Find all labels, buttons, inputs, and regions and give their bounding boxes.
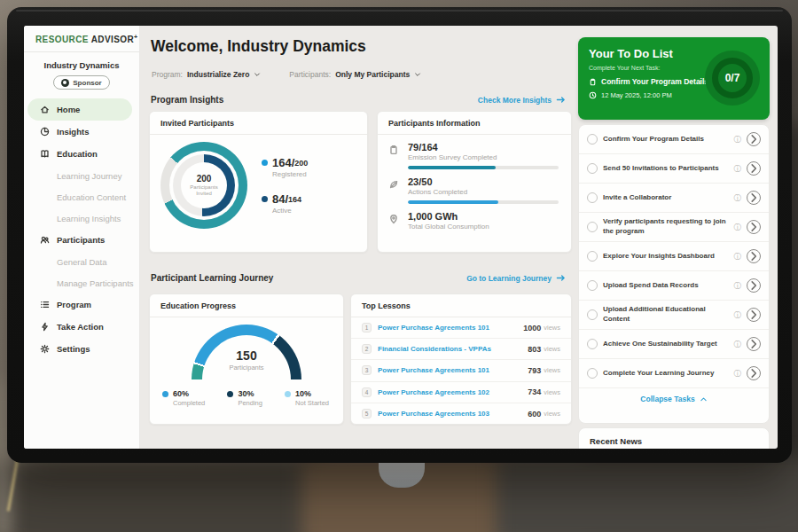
lesson-views: 793 [528,366,541,375]
lesson-views-label: views [544,388,560,396]
legend-item-active: 84/ 164 Active [262,192,308,215]
task-open-button[interactable] [747,249,761,263]
sidebar-item-settings[interactable]: Settings [27,338,132,360]
lesson-views-label: views [544,324,560,332]
sidebar-item-participants[interactable]: Participants [27,229,132,251]
task-open-button[interactable] [747,220,761,234]
task-checkbox[interactable] [587,163,598,174]
go-to-learning-journey-link[interactable]: Go to Learning Journey [466,273,566,283]
task-checkbox[interactable] [587,368,598,379]
task-open-button[interactable] [747,161,761,176]
lesson-views: 1000 [523,324,541,332]
lesson-rank: 1 [362,323,372,332]
sidebar-item-program[interactable]: Program [27,293,132,316]
home-icon [40,105,50,114]
location-pin-icon [388,214,399,224]
link-label: Check More Insights [478,96,552,105]
sidebar-item-education[interactable]: Education [27,143,132,165]
lesson-views-label: views [544,410,560,418]
sidebar-item-home[interactable]: Home [27,98,132,121]
legend-dot [262,160,268,166]
lesson-rank: 5 [362,409,372,419]
task-row[interactable]: Achieve One Sustainability Target ⓘ [579,330,769,359]
lesson-row: 5 Power Purchase Agreements 103 600 view… [351,403,571,425]
sidebar-subitem-label: Education Content [57,192,126,202]
donut-center-label: Participants Invited [186,184,222,198]
card-title: Invited Participants [150,112,367,135]
sidebar-item-learning-insights[interactable]: Learning Insights [24,207,139,229]
lesson-row: 1 Power Purchase Agreements 101 1000 vie… [351,317,571,339]
sidebar-item-learning-journey[interactable]: Learning Journey [24,165,139,186]
task-row[interactable]: Upload Spend Data Records ⓘ [579,271,769,301]
page-title: Welcome, Industry Dynamics [151,37,366,56]
card-title: Participants Information [378,112,571,135]
lesson-link[interactable]: Power Purchase Agreements 101 [378,366,528,374]
stat-value: 1,000 GWh [408,211,559,222]
sidebar-item-take-action[interactable]: Take Action [27,316,132,338]
info-icon: ⓘ [734,340,742,348]
section-title: Program Insights [151,95,223,105]
lesson-link[interactable]: Financial Considerations - VPPAs [378,345,528,353]
lesson-link[interactable]: Power Purchase Agreements 103 [378,410,528,418]
info-icon: ⓘ [734,253,742,261]
program-icon [40,300,50,309]
legend-pct: 30% [238,389,254,398]
task-open-button[interactable] [747,308,761,322]
sidebar-item-education-content[interactable]: Education Content [24,186,139,207]
clock-icon [589,91,597,99]
lesson-rank: 3 [362,365,372,375]
donut-legend: 164/ 200 Registered 84/ 164 Active [262,156,308,215]
gauge-center-value: 150 [192,348,301,363]
leaf-icon [388,179,399,190]
todo-next-task-label: Confirm Your Program Details [601,77,708,86]
legend-label: Not Started [295,399,329,407]
task-row[interactable]: Verify participants requesting to join t… [579,213,769,242]
task-open-button[interactable] [747,366,761,380]
collapse-tasks-link[interactable]: Collapse Tasks [579,388,769,409]
task-open-button[interactable] [747,337,761,351]
clipboard-icon [388,145,399,155]
filter-bar: Program: Industrialize Zero Participants… [152,70,421,79]
task-open-button[interactable] [747,132,761,146]
task-row[interactable]: Invite a Collaborator ⓘ [579,184,769,213]
sidebar-item-manage-participants[interactable]: Manage Participants [24,272,139,293]
lesson-link[interactable]: Power Purchase Agreements 102 [378,388,528,396]
stat-label: Emission Survey Completed [408,153,559,161]
task-label: Explore Your Insights Dashboard [603,252,729,262]
sidebar-item-insights[interactable]: Insights [27,121,132,143]
clipboard-icon [589,78,597,86]
participants-dropdown[interactable]: Participants: Only My Participants [289,70,421,79]
sidebar-item-general-data[interactable]: General Data [24,251,139,272]
legend-label: Active [272,207,308,215]
task-row[interactable]: Upload Additional Educational Content ⓘ [579,301,769,330]
info-icon: ⓘ [734,165,742,173]
task-open-button[interactable] [747,278,761,293]
lesson-link[interactable]: Power Purchase Agreements 101 [378,324,523,332]
education-gauge-chart: 150 Participants [192,325,301,381]
task-row[interactable]: Send 50 Invitations to Participants ⓘ [579,154,769,184]
task-row[interactable]: Complete Your Learning Journey ⓘ [579,359,769,388]
lesson-views: 803 [528,345,541,354]
education-progress-card: Education Progress 150 Participants 60% … [149,293,344,425]
task-label: Achieve One Sustainability Target [603,340,729,349]
task-row[interactable]: Explore Your Insights Dashboard ⓘ [579,242,769,271]
task-checkbox[interactable] [587,280,598,291]
program-dropdown[interactable]: Program: Industrialize Zero [152,70,261,79]
stat-emission-survey: 79/164 Emission Survey Completed [378,135,571,169]
legend-item-pending: 30% Pending [227,389,262,407]
task-row[interactable]: Confirm Your Program Details ⓘ [579,125,769,154]
task-checkbox[interactable] [587,251,598,262]
program-filter-value: Industrialize Zero [187,70,249,79]
sponsor-badge[interactable]: Sponsor [53,75,110,90]
check-more-insights-link[interactable]: Check More Insights [478,95,566,105]
emission-progress-bar [408,166,559,169]
task-checkbox[interactable] [587,339,598,349]
legend-label: Registered [272,170,308,178]
task-open-button[interactable] [747,191,761,205]
legend-dot [162,391,168,397]
task-checkbox[interactable] [587,134,598,145]
task-checkbox[interactable] [587,192,598,203]
task-checkbox[interactable] [587,222,598,232]
task-checkbox[interactable] [587,309,598,320]
sidebar-item-label: Program [57,300,91,309]
